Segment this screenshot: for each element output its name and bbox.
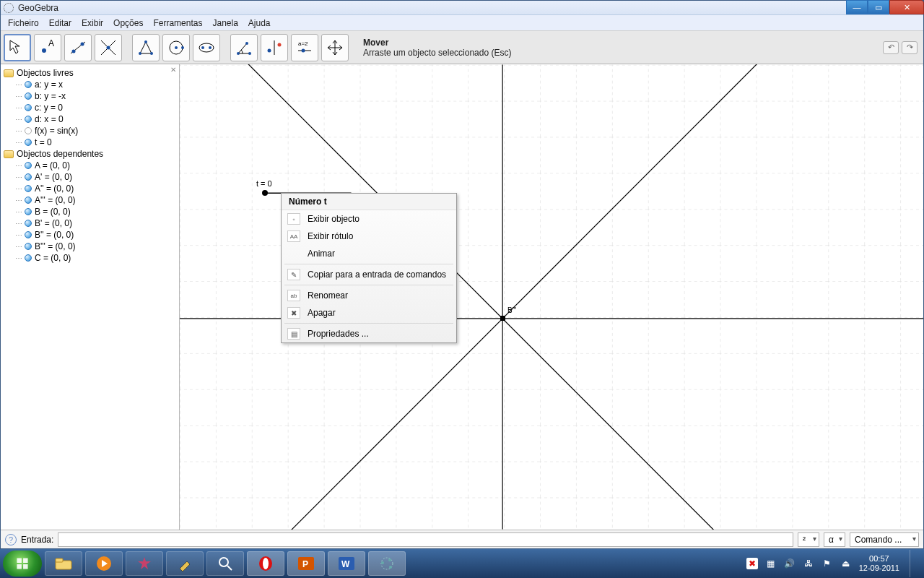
tree-connector-icon: ⋯ — [15, 173, 22, 181]
origin-point[interactable] — [500, 316, 505, 321]
dependent-objects-header[interactable]: Objectos dependentes — [2, 148, 178, 160]
visibility-icon[interactable] — [25, 104, 32, 111]
menu-editar[interactable]: Editar — [45, 17, 76, 30]
visibility-icon[interactable] — [25, 208, 32, 215]
tray-volume-icon[interactable]: 🔊 — [784, 558, 796, 569]
menu-ajuda[interactable]: Ajuda — [244, 17, 275, 30]
taskbar-clock[interactable]: 00:57 12-09-2011 — [859, 554, 899, 573]
tree-item[interactable]: ⋯B''' = (0, 0) — [2, 241, 178, 252]
free-objects-header[interactable]: Objectos livres — [2, 67, 178, 79]
symbol-dropdown-1[interactable]: ² — [798, 532, 819, 547]
visibility-icon[interactable] — [25, 254, 32, 262]
tool-ellipse[interactable] — [193, 34, 220, 61]
tree-item[interactable]: ⋯C = (0, 0) — [2, 252, 178, 264]
taskbar-mediaplayer[interactable] — [85, 551, 123, 576]
undo-button[interactable]: ↶ — [883, 41, 899, 54]
taskbar-app-star[interactable] — [126, 551, 163, 576]
visibility-icon[interactable] — [25, 185, 32, 192]
tree-item[interactable]: ⋯a: y = x — [2, 79, 178, 90]
command-input[interactable] — [58, 532, 793, 547]
menu-opcoes[interactable]: Opções — [109, 17, 147, 30]
algebra-sidebar[interactable]: ✕ Objectos livres ⋯a: y = x⋯b: y = -x⋯c:… — [1, 64, 180, 530]
tray-device-icon[interactable]: ⏏ — [840, 558, 852, 569]
start-button[interactable] — [3, 551, 42, 577]
tree-item-label: A = (0, 0) — [35, 160, 70, 171]
help-icon[interactable]: ? — [5, 534, 17, 545]
tree-item[interactable]: ⋯B = (0, 0) — [2, 206, 178, 217]
visibility-icon[interactable] — [25, 173, 32, 181]
taskbar-app-pen[interactable] — [166, 551, 204, 576]
ctx-copiar-entrada[interactable]: ✎Copiar para a entrada de comandos — [282, 266, 456, 283]
svg-point-22 — [268, 48, 271, 52]
ctx-exibir-rotulo[interactable]: AAExibir rótulo — [282, 228, 456, 245]
svg-point-48 — [381, 561, 384, 564]
tree-item[interactable]: ⋯f(x) = sin(x) — [2, 125, 178, 137]
tree-connector-icon: ⋯ — [15, 220, 22, 228]
tree-connector-icon: ⋯ — [15, 162, 22, 170]
tree-item[interactable]: ⋯A = (0, 0) — [2, 160, 178, 171]
redo-button[interactable]: ↷ — [902, 41, 918, 54]
taskbar-powerpoint[interactable]: P — [287, 551, 325, 576]
tray-app-icon[interactable]: ▦ — [765, 558, 777, 569]
graphics-view[interactable]: t = 0 B''' Número t ◦Exibir objecto AAEx… — [180, 64, 923, 530]
taskbar-geogebra[interactable] — [368, 551, 406, 576]
tool-angle[interactable] — [230, 34, 258, 61]
tree-item[interactable]: ⋯B' = (0, 0) — [2, 217, 178, 229]
tree-item[interactable]: ⋯c: y = 0 — [2, 102, 178, 113]
visibility-icon[interactable] — [25, 92, 32, 100]
show-desktop-button[interactable] — [910, 550, 917, 577]
visibility-icon[interactable] — [25, 81, 32, 88]
ctx-propriedades[interactable]: ▤Propriedades ... — [282, 325, 456, 342]
tree-item-label: A'' = (0, 0) — [35, 184, 74, 194]
tree-item[interactable]: ⋯b: y = -x — [2, 90, 178, 102]
tool-slider[interactable]: a=2 — [291, 34, 318, 61]
visibility-icon[interactable] — [25, 116, 32, 123]
tool-perpendicular[interactable] — [95, 34, 122, 61]
tree-item[interactable]: ⋯t = 0 — [2, 137, 178, 148]
tool-polygon[interactable] — [132, 34, 160, 61]
taskbar-explorer[interactable] — [45, 551, 82, 576]
symbol-dropdown-2[interactable]: α — [824, 532, 845, 547]
rename-icon: ab — [287, 290, 300, 301]
menu-ferramentas[interactable]: Ferramentas — [149, 17, 206, 30]
menu-janela[interactable]: Janela — [208, 17, 242, 30]
visibility-icon[interactable] — [25, 139, 32, 146]
tree-item[interactable]: ⋯A'' = (0, 0) — [2, 183, 178, 194]
taskbar-word[interactable]: W — [328, 551, 365, 576]
visibility-icon[interactable] — [25, 231, 32, 238]
tree-item[interactable]: ⋯d: x = 0 — [2, 113, 178, 125]
taskbar-opera[interactable] — [247, 551, 284, 576]
visibility-icon[interactable] — [25, 197, 32, 204]
close-button[interactable]: ✕ — [889, 0, 924, 14]
tray-action-icon[interactable]: ⚑ — [821, 558, 833, 569]
menu-ficheiro[interactable]: Ficheiro — [4, 17, 43, 30]
visibility-icon[interactable] — [25, 162, 32, 169]
tool-reflect[interactable] — [261, 34, 288, 61]
command-dropdown[interactable]: Comando ... — [850, 532, 919, 547]
tray-alert-icon[interactable]: ✖ — [746, 558, 758, 569]
menu-exibir[interactable]: Exibir — [77, 17, 108, 30]
tool-point[interactable]: A — [34, 34, 61, 61]
free-objects-label: Objectos livres — [17, 68, 74, 78]
taskbar-app-magnifier[interactable] — [206, 551, 244, 576]
tool-line[interactable] — [64, 34, 92, 61]
tool-move-view[interactable] — [321, 34, 349, 61]
maximize-button[interactable]: ▭ — [868, 0, 889, 14]
minimize-button[interactable]: — — [846, 0, 868, 14]
tree-item[interactable]: ⋯B'' = (0, 0) — [2, 229, 178, 241]
tool-move[interactable] — [4, 34, 31, 61]
tree-item[interactable]: ⋯A''' = (0, 0) — [2, 194, 178, 206]
visibility-icon[interactable] — [25, 220, 32, 227]
ctx-renomear[interactable]: abRenomear — [282, 287, 456, 304]
tree-item[interactable]: ⋯A' = (0, 0) — [2, 171, 178, 183]
tray-network-icon[interactable]: 🖧 — [803, 558, 814, 569]
visibility-icon[interactable] — [25, 243, 32, 250]
tool-circle[interactable] — [162, 34, 190, 61]
sidebar-close-button[interactable]: ✕ — [169, 66, 178, 74]
ctx-animar[interactable]: Animar — [282, 245, 456, 262]
slider-handle[interactable] — [262, 190, 268, 196]
visibility-icon[interactable] — [25, 127, 32, 134]
separator — [284, 264, 453, 264]
ctx-exibir-objecto[interactable]: ◦Exibir objecto — [282, 210, 456, 228]
ctx-apagar[interactable]: ✖Apagar — [282, 304, 456, 322]
